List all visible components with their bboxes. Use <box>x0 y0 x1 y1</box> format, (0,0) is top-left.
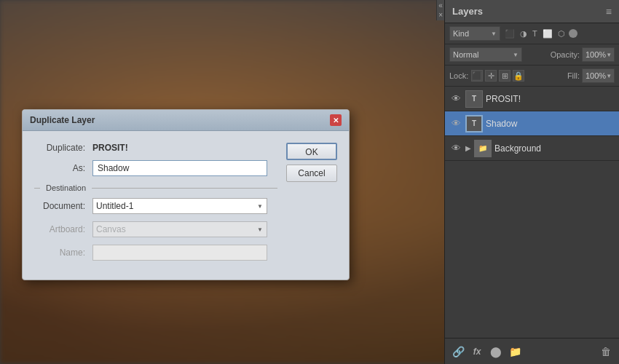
duplicate-label: Duplicate: <box>34 143 92 153</box>
name-row: Name: <box>34 245 277 261</box>
blend-mode-dropdown[interactable]: Normal ▼ <box>449 47 522 62</box>
link-layers-icon[interactable]: 🔗 <box>451 344 465 359</box>
panel-menu-icon[interactable]: ≡ <box>606 6 612 17</box>
artboard-row: Artboard: Canvas <box>34 221 277 237</box>
layer-eye-shadow[interactable]: 👁 <box>449 117 462 130</box>
layer-thumbnail-background: 📁 <box>474 140 492 157</box>
kind-dropdown[interactable]: Kind ▼ <box>449 26 500 41</box>
lock-label: Lock: <box>449 71 468 80</box>
artboard-select-wrapper: Canvas <box>92 221 267 237</box>
layer-name-background: Background <box>494 143 615 154</box>
layers-panel-title: Layers <box>452 6 483 17</box>
filter-adjust-icon[interactable]: ◑ <box>519 28 529 39</box>
fx-icon[interactable]: fx <box>470 344 484 359</box>
layer-thumbnail-prosit: T <box>465 90 483 108</box>
fill-label: Fill: <box>567 71 580 80</box>
as-input[interactable] <box>92 160 267 176</box>
panel-collapse-area: « × <box>436 0 444 20</box>
filter-shape-icon[interactable]: ⬜ <box>541 28 554 39</box>
layer-thumbnail-shadow: T <box>465 115 483 132</box>
add-mask-icon[interactable]: ⬤ <box>489 344 503 359</box>
as-row: As: <box>34 160 277 176</box>
new-layer-icon[interactable]: 🗑 <box>599 344 613 359</box>
opacity-control: Opacity: 100% ▼ <box>551 47 615 62</box>
lock-artboard-icon[interactable]: ⊞ <box>499 70 510 82</box>
ok-button[interactable]: OK <box>286 143 337 160</box>
document-select[interactable]: Untitled-1 <box>92 198 267 214</box>
duplicate-row: Duplicate: PROSIT! <box>34 143 277 153</box>
layer-list: 👁 T PROSIT! 👁 T Shadow 👁 ▶ 📁 Background <box>445 87 619 338</box>
duplicate-layer-dialog: Duplicate Layer ✕ Duplicate: PROSIT! As:… <box>22 109 350 280</box>
dialog-buttons: OK Cancel <box>286 143 337 268</box>
layer-eye-background[interactable]: 👁 <box>449 142 462 155</box>
dialog-title: Duplicate Layer <box>30 115 95 125</box>
duplicate-value: PROSIT! <box>92 143 128 153</box>
panel-collapse-icon[interactable]: « <box>438 1 443 9</box>
opacity-arrow: ▼ <box>606 52 612 58</box>
layer-name-prosit: PROSIT! <box>486 94 615 104</box>
document-row: Document: Untitled-1 <box>34 198 277 214</box>
lock-move-icon[interactable]: ✛ <box>485 70 497 82</box>
cancel-button[interactable]: Cancel <box>286 165 337 182</box>
document-label: Document: <box>34 201 92 211</box>
layer-filter-icons: ⬛ ◑ T ⬜ ⬡ <box>503 28 615 39</box>
as-label: As: <box>34 163 92 173</box>
filter-text-icon[interactable]: T <box>531 28 539 39</box>
filter-image-icon[interactable]: ⬛ <box>503 28 516 39</box>
layer-item-shadow[interactable]: 👁 T Shadow <box>445 111 619 136</box>
new-group-icon[interactable]: 📁 <box>508 344 522 359</box>
layer-kind-row: Kind ▼ ⬛ ◑ T ⬜ ⬡ <box>445 23 619 44</box>
dialog-body: Duplicate: PROSIT! As: Destination Docum… <box>23 131 349 280</box>
opacity-label: Opacity: <box>551 50 580 59</box>
layer-footer: 🔗 fx ⬤ 📁 🗑 <box>445 338 619 364</box>
artboard-label: Artboard: <box>34 224 92 234</box>
layer-eye-prosit[interactable]: 👁 <box>449 92 462 106</box>
layer-name-shadow: Shadow <box>486 119 615 129</box>
layers-panel-header: Layers ≡ <box>445 0 619 23</box>
fill-arrow: ▼ <box>606 73 612 79</box>
fill-value[interactable]: 100% ▼ <box>582 68 615 83</box>
layer-item-background[interactable]: 👁 ▶ 📁 Background <box>445 136 619 161</box>
destination-section: Destination <box>34 183 277 192</box>
dialog-fields: Duplicate: PROSIT! As: Destination Docum… <box>34 143 277 268</box>
artboard-select[interactable]: Canvas <box>92 221 267 237</box>
lock-all-icon[interactable]: 🔒 <box>513 70 524 82</box>
blend-dropdown-arrow: ▼ <box>513 52 519 58</box>
lock-icons: ⬛ ✛ ⊞ 🔒 <box>471 70 564 82</box>
layers-panel: Layers ≡ Kind ▼ ⬛ ◑ T ⬜ ⬡ Normal ▼ Opaci… <box>444 0 619 364</box>
panel-close-icon[interactable]: × <box>438 11 443 19</box>
lock-pixels-icon[interactable]: ⬛ <box>471 70 483 82</box>
dialog-close-button[interactable]: ✕ <box>330 114 342 126</box>
layer-blend-row: Normal ▼ Opacity: 100% ▼ <box>445 44 619 66</box>
name-input <box>92 245 267 261</box>
document-select-wrapper: Untitled-1 <box>92 198 267 214</box>
dialog-titlebar: Duplicate Layer ✕ <box>23 110 349 131</box>
fill-control: Fill: 100% ▼ <box>567 68 615 83</box>
name-label: Name: <box>34 248 92 258</box>
filter-toggle-icon[interactable] <box>569 29 577 38</box>
filter-smart-icon[interactable]: ⬡ <box>556 28 567 39</box>
opacity-value[interactable]: 100% ▼ <box>582 47 615 62</box>
layer-folder-arrow[interactable]: ▶ <box>465 144 471 152</box>
layer-item-prosit[interactable]: 👁 T PROSIT! <box>445 87 619 111</box>
kind-dropdown-arrow: ▼ <box>491 31 497 37</box>
layer-lock-row: Lock: ⬛ ✛ ⊞ 🔒 Fill: 100% ▼ <box>445 66 619 87</box>
